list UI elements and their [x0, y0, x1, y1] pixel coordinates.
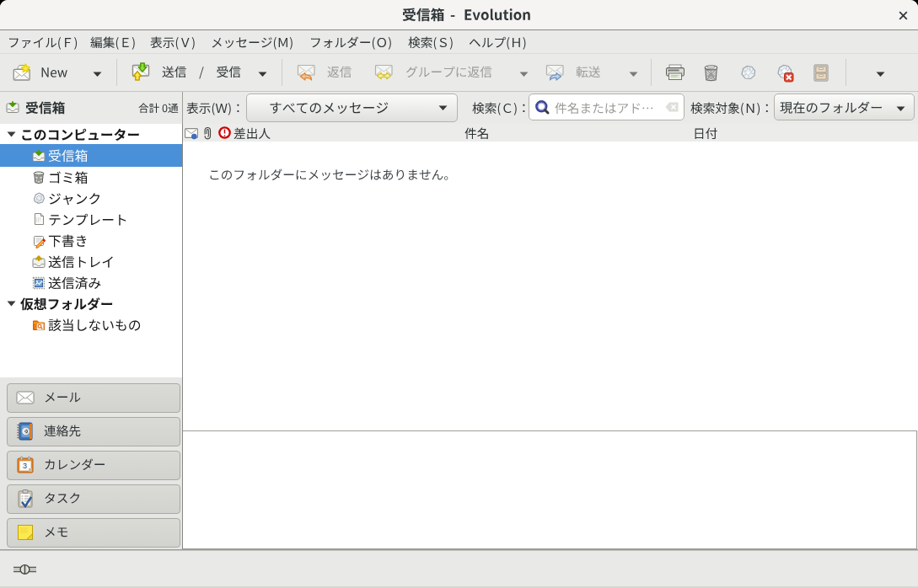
- svg-text:3: 3: [23, 462, 27, 470]
